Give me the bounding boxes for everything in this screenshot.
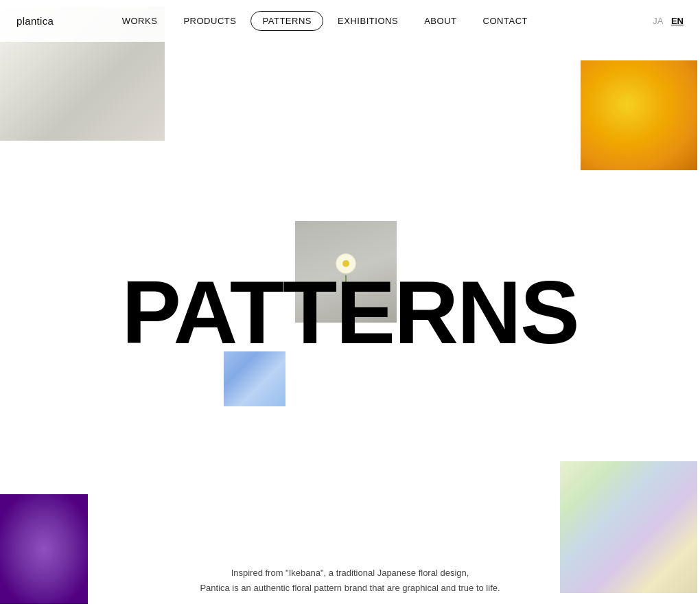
page-title: PATTERNS [121,268,578,357]
site-header: plantica WORKS PRODUCTS PATTERNS EXHIBIT… [0,0,700,42]
image-mixed-flowers [560,461,697,593]
description-line2: Pantica is an authentic floral pattern b… [200,581,500,596]
nav-exhibitions[interactable]: EXHIBITIONS [326,11,410,31]
lang-ja[interactable]: JA [653,16,663,26]
nav-patterns[interactable]: PATTERNS [250,11,323,31]
language-switcher: JA EN [653,16,684,26]
page-description: Inspired from "Ikebana", a traditional J… [200,566,500,596]
image-yellow-flowers [581,60,697,170]
image-purple-flowers [0,494,88,604]
nav-contact[interactable]: CONTACT [471,11,540,31]
nav-products[interactable]: PRODUCTS [172,11,248,31]
nav-about[interactable]: ABOUT [412,11,468,31]
description-line1: Inspired from "Ikebana", a traditional J… [200,566,500,581]
main-nav: WORKS PRODUCTS PATTERNS EXHIBITIONS ABOU… [110,11,539,31]
nav-works[interactable]: WORKS [110,11,170,31]
lang-en[interactable]: EN [671,16,684,26]
main-content: PATTERNS Inspired from "Ikebana", a trad… [0,0,700,615]
site-logo[interactable]: plantica [16,15,54,27]
